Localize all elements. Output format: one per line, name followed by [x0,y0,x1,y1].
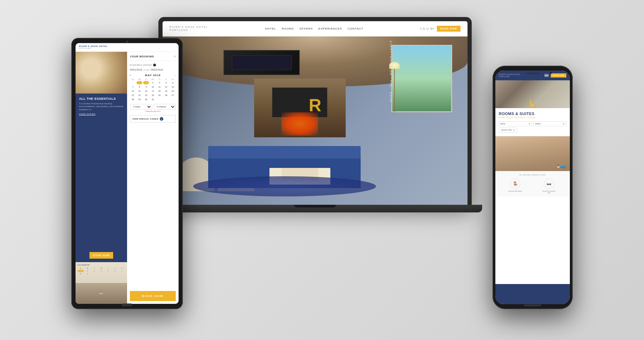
laptop-book-btn[interactable]: BOOK NOW [437,26,461,32]
views-filter-label: VIEWS [535,123,541,125]
laptop-nav: RIVER'S EDGE HOTEL PORTLAND HOTEL ROOMS … [163,21,468,37]
nav-rooms[interactable]: ROOMS [282,27,294,30]
calendar-label: CALENDAR [77,264,125,266]
laptop-body: RIVER'S EDGE HOTEL PORTLAND HOTEL ROOMS … [158,17,472,205]
cal-day-23[interactable]: 23 [143,94,149,97]
booking-header: YOUR BOOKING × [130,55,176,61]
flexible-dates-toggle[interactable] [153,64,156,66]
laptop-device: RIVER'S EDGE HOTEL PORTLAND HOTEL ROOMS … [158,17,472,226]
cal-cell-6[interactable]: 6 [112,270,118,272]
phone-amenities-title: IN ROOM AMENITIES [499,174,566,176]
cal-day-10[interactable]: 10 [150,85,156,89]
next-month-btn[interactable]: › [174,74,176,77]
cal-cell-2[interactable]: 2 [84,270,91,272]
cal-day-16[interactable]: 16 [143,89,149,93]
special-codes-btn[interactable]: VIEW SPECIAL CODES + [130,115,176,123]
cal-day-12[interactable]: 12 [163,85,169,89]
booking-close-btn[interactable]: × [174,55,176,58]
hero-feet-icon: 🦶 [528,100,537,108]
tablet-screen: RIVER'S EDGE HOTEL PORTLAND [76,43,179,304]
cal-day-9[interactable]: 9 [143,85,149,89]
children-select[interactable]: 0 Children 1 Child 2 Children [154,104,176,110]
cal-day-29[interactable]: 29 [136,98,142,101]
tablet-home-button[interactable] [122,303,132,306]
business-label: BUS [99,293,103,294]
nav-contact[interactable]: CONTACT [348,27,363,30]
cal-day-5[interactable]: 5 [163,81,169,84]
cal-day-11[interactable]: 11 [157,85,163,89]
twitter-icon[interactable]: ◻ [426,27,429,30]
booking-selects: 2 Adults 1 Adult 3 Adults 0 Children 1 C… [130,104,176,110]
cal-cell-4[interactable]: 4 [98,270,105,272]
cal-cell: S [77,267,84,269]
date-to[interactable]: 05/02/2018 [151,68,163,71]
cal-day-14[interactable]: 14 [130,89,136,93]
beds-filter-btn[interactable]: BEDS ▼ [499,121,532,126]
phone-book-btn[interactable]: BOOK NOW [551,73,566,78]
cal-day-4[interactable]: 4 [157,81,163,84]
room-type-filter-btn[interactable]: ROOM TYPE ▼ [499,128,517,132]
cal-day-1[interactable]: 1 [136,81,142,84]
cal-day-24[interactable]: 24 [150,94,156,97]
facebook-icon[interactable]: f [421,27,421,30]
mini-calendar-grid[interactable]: 1 2 3 4 5 6 7 8 9 10 11 [130,81,176,101]
essentials-book-btn[interactable]: BOOK NOW [89,252,113,259]
food-image-inner [76,52,127,94]
cal-day-7[interactable]: 7 [130,85,136,89]
tablet-panels: ALL THE ESSENTIALS A no-brainer Portland… [76,52,179,304]
cal-cell-9[interactable]: 9 [84,273,91,275]
cal-day-19[interactable]: 19 [163,89,169,93]
cal-day-22[interactable]: 22 [136,94,142,97]
nav-experiences[interactable]: EXPERIENCES [319,27,342,30]
cal-day-31[interactable]: 31 [150,98,156,101]
cal-day-13[interactable]: 13 [170,85,176,89]
views-filter-btn[interactable]: VIEWS ▼ [533,121,566,126]
cal-day-30[interactable]: 30 [143,98,149,101]
prev-month-btn[interactable]: ‹ [130,74,131,77]
cal-cell: W [98,267,105,269]
cal-day-6[interactable]: 6 [170,81,176,84]
day-header-th: Th [156,78,163,80]
room-type-label: ROOM TYPE [501,129,512,131]
cal-cell-8[interactable]: 8 [77,273,84,275]
cal-day-15[interactable]: 15 [136,89,142,93]
view-offer-link[interactable]: VIEW OFFER [79,113,124,115]
special-codes-label: VIEW SPECIAL CODES [132,118,158,120]
cal-day-26[interactable]: 26 [163,94,169,97]
phone-nav-right: BOOK NOW [544,73,566,78]
cal-day-3[interactable]: 3 [150,81,156,84]
room-person-icon: 🛌 [556,160,566,169]
phone-cta-bar[interactable] [499,289,566,299]
tablet-device: RIVER'S EDGE HOTEL PORTLAND [71,38,183,309]
laptop-screen: RIVER'S EDGE HOTEL PORTLAND HOTEL ROOMS … [163,21,468,205]
cal-day-20[interactable]: 20 [170,89,176,93]
cal-day-28[interactable]: 28 [130,98,136,101]
date-from[interactable]: 05/01/2018 [130,68,142,71]
cal-day-17[interactable]: 17 [150,89,156,93]
amenity-bed: 🛏 Sealy Posturepedic® Bed [541,179,557,194]
nav-offers[interactable]: OFFERS [299,27,313,30]
phone-home-indicator[interactable] [524,305,541,306]
cal-cell-1[interactable]: 1 [77,270,84,272]
cal-day-25[interactable]: 25 [157,94,163,97]
cal-day-18[interactable]: 18 [157,89,163,93]
cal-cell-5[interactable]: 5 [105,270,111,272]
special-codes-icon: + [160,117,163,121]
instagram-icon[interactable]: ◻ [423,27,425,30]
cal-day-27[interactable]: 27 [170,94,176,97]
cal-day-21[interactable]: 21 [130,94,136,97]
tablet-booking-panel: YOUR BOOKING × FLEXIBLE DATES 05/01/2018… [127,52,179,304]
beds-filter-arrow: ▼ [528,123,530,125]
cal-day-2[interactable]: 2 [143,81,149,84]
tablet-booking-book-btn[interactable]: BOOK NOW [130,291,176,301]
cal-cell-7[interactable]: 7 [119,270,125,272]
children-note: *under the age of 12 [130,110,176,112]
nav-hotel[interactable]: HOTEL [265,27,276,30]
phone-bottom-bar [495,284,570,304]
gplus-icon[interactable]: G+ [430,27,434,30]
hamburger-menu[interactable] [544,74,549,77]
cal-cell-3[interactable]: 3 [91,270,98,272]
cal-day-8[interactable]: 8 [136,85,142,89]
adults-select[interactable]: 2 Adults 1 Adult 3 Adults [130,104,152,110]
room-rug [193,176,376,196]
